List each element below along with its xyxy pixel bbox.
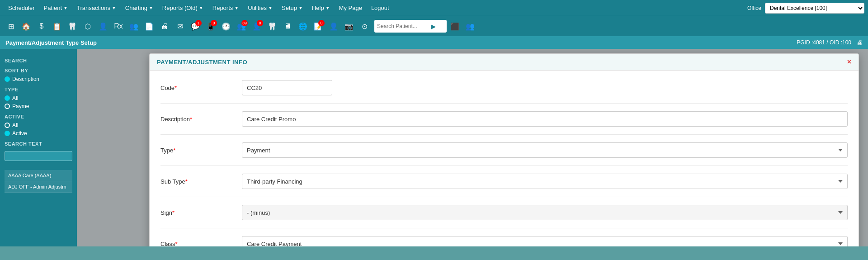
active-active-option[interactable]: Active — [5, 130, 72, 137]
top-nav: Scheduler Patient ▼ Transactions ▼ Chart… — [0, 0, 868, 16]
nav-transactions[interactable]: Transactions ▼ — [72, 0, 121, 16]
nav-left: Scheduler Patient ▼ Transactions ▼ Chart… — [4, 0, 746, 16]
search-input[interactable] — [377, 23, 431, 29]
divider-4 — [160, 197, 848, 197]
users-badge: 0 — [257, 20, 263, 26]
type-payment-radio[interactable] — [5, 104, 10, 109]
nav-utilities[interactable]: Utilities ▼ — [243, 0, 277, 16]
list-item-0[interactable]: AAAA Care (AAAA) — [5, 170, 72, 181]
sidebar-sort-title: SORT BY — [5, 68, 72, 73]
nav-patient[interactable]: Patient ▼ — [39, 0, 72, 16]
search-text-input[interactable] — [5, 151, 72, 161]
description-required: * — [190, 116, 192, 123]
print-header-icon[interactable]: 🖨 — [857, 39, 863, 46]
sign-label: Sign* — [160, 209, 242, 216]
nav-mypage[interactable]: My Page — [335, 0, 367, 16]
sort-by-group: Description — [5, 76, 72, 82]
sign-required: * — [172, 209, 175, 216]
code-input[interactable] — [242, 80, 332, 95]
modal-header: PAYMENT/ADJUSTMENT INFO × — [150, 54, 859, 71]
email-icon[interactable]: ✉ — [173, 19, 187, 33]
nav-utilities-arrow: ▼ — [268, 5, 273, 10]
type-row: Type* Payment Adjustment — [160, 142, 848, 158]
office-select[interactable]: Dental Excellence [100] — [765, 3, 864, 14]
description-row: Description* — [160, 111, 848, 127]
tooth2-icon[interactable]: ⬡ — [80, 19, 95, 33]
tooth-icon[interactable]: 🦷 — [65, 19, 80, 33]
subtype-required: * — [185, 178, 188, 185]
active-all-radio[interactable] — [5, 123, 10, 128]
sign-select[interactable]: - (minus) + (plus) — [242, 205, 848, 220]
patient-icon[interactable]: 👤 — [96, 19, 110, 33]
ledger-icon[interactable]: 📋 — [50, 19, 64, 33]
type-all-option[interactable]: All — [5, 95, 72, 101]
nav-charting[interactable]: Charting ▼ — [121, 0, 158, 16]
notes-icon[interactable]: 📝 0 — [311, 19, 326, 33]
modal-close-button[interactable]: × — [847, 58, 851, 66]
person-icon[interactable]: 👤 — [326, 19, 341, 33]
type-all-radio[interactable] — [5, 95, 10, 101]
modal-body: Code* Description* Type* — [150, 71, 859, 246]
divider-2 — [160, 134, 848, 135]
modal-title: PAYMENT/ADJUSTMENT INFO — [157, 59, 247, 66]
type-payment-option[interactable]: Payme — [5, 103, 72, 109]
nav-reports-old[interactable]: Reports (Old) ▼ — [158, 0, 208, 16]
nav-reports[interactable]: Reports ▼ — [208, 0, 243, 16]
expand-icon[interactable]: ⊙ — [357, 19, 372, 33]
nav-reports-arrow: ▼ — [234, 5, 239, 10]
type-select[interactable]: Payment Adjustment — [242, 142, 848, 158]
nav-help-arrow: ▼ — [326, 5, 330, 10]
globe-icon[interactable]: 🌐 — [296, 19, 310, 33]
class-select[interactable]: Care Credit Payment None — [242, 236, 848, 246]
group-icon[interactable]: 👥 39 — [234, 19, 249, 33]
print-icon[interactable]: 🖨 — [157, 19, 172, 33]
nav-help[interactable]: Help ▼ — [307, 0, 335, 16]
pgid-info: PGID :4081 / OID :100 — [797, 39, 851, 46]
sidebar-list: AAAA Care (AAAA) ADJ OFF - Admin Adjustm — [5, 170, 72, 193]
notes-badge: 0 — [318, 20, 325, 26]
group-badge: 39 — [241, 20, 248, 26]
list-item-1[interactable]: ADJ OFF - Admin Adjustm — [5, 181, 72, 193]
docs-icon[interactable]: 📄 — [142, 19, 156, 33]
active-all-option[interactable]: All — [5, 122, 72, 128]
nav-reports-old-arrow: ▼ — [199, 5, 203, 10]
sidebar-search-title: SEARCH — [5, 58, 72, 63]
sms-badge: 0 — [211, 20, 217, 26]
sms-icon[interactable]: 📱 0 — [203, 19, 218, 33]
active-active-label: Active — [12, 130, 27, 137]
active-group: All Active — [5, 122, 72, 137]
sort-description-radio[interactable] — [5, 76, 10, 82]
nav-setup[interactable]: Setup ▼ — [277, 0, 307, 16]
search-go-icon[interactable]: ▶ — [431, 23, 436, 30]
nav-scheduler[interactable]: Scheduler — [4, 0, 39, 16]
divider-1 — [160, 103, 848, 104]
office-label: Office — [747, 5, 761, 11]
description-input[interactable] — [242, 111, 848, 127]
family-icon[interactable]: 👥 — [127, 19, 141, 33]
monitor-icon[interactable]: 🖥 — [280, 19, 295, 33]
sidebar-type-title: TYPE — [5, 87, 72, 92]
subtype-select[interactable]: Third-party Financing Cash Check Credit … — [242, 174, 848, 189]
sort-description-option[interactable]: Description — [5, 76, 72, 82]
users-icon[interactable]: 👤 0 — [250, 19, 264, 33]
home-icon[interactable]: 🏠 — [19, 19, 33, 33]
rx-icon[interactable]: Rx — [111, 19, 126, 33]
multiuser-icon[interactable]: 👥 — [463, 19, 477, 33]
scheduler-icon[interactable]: ⊞ — [4, 19, 18, 33]
active-active-radio[interactable] — [5, 131, 10, 136]
message-icon[interactable]: 💬 1 — [188, 19, 203, 33]
type-all-label: All — [12, 95, 18, 101]
nav-right: Office Dental Excellence [100] — [747, 3, 864, 14]
class-required: * — [175, 241, 178, 247]
type-payment-label: Payme — [12, 103, 29, 109]
nav-setup-arrow: ▼ — [298, 5, 303, 10]
content-area: PAYMENT/ADJUSTMENT INFO × Code* Descript… — [77, 49, 868, 246]
camera-icon[interactable]: 📷 — [342, 19, 356, 33]
money-icon[interactable]: $ — [34, 19, 49, 33]
stop-icon[interactable]: ⬛ — [448, 19, 462, 33]
clock-icon[interactable]: 🕐 — [219, 19, 233, 33]
description-label: Description* — [160, 116, 242, 123]
nav-logout[interactable]: Logout — [367, 0, 394, 16]
tooth3-icon[interactable]: 🦷 — [265, 19, 279, 33]
sort-description-label: Description — [12, 76, 39, 82]
